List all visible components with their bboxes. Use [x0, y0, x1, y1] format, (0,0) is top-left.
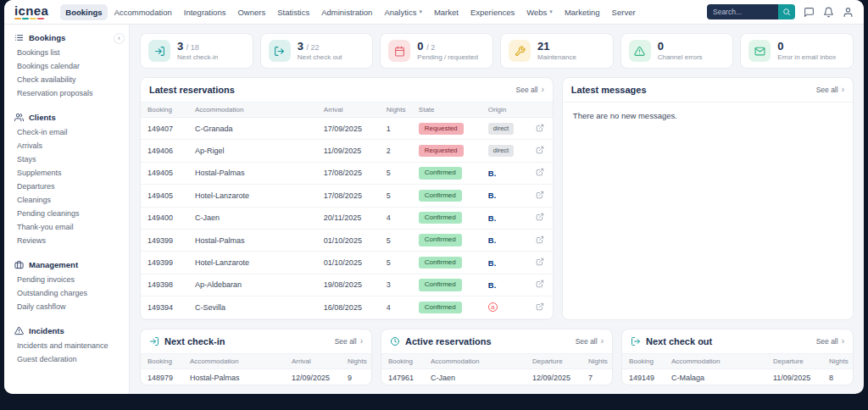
booking-id: 149394	[141, 296, 188, 319]
sidebar-item-check-in-email[interactable]: Check-in email	[4, 125, 129, 139]
open-reservation-link[interactable]	[536, 235, 544, 244]
see-all-link[interactable]: See all ›	[576, 337, 604, 346]
stat-card-next-check-out[interactable]: 3 / 22Next check out	[260, 33, 374, 69]
see-all-link[interactable]: See all ›	[816, 86, 844, 94]
external-link-icon	[536, 235, 544, 244]
column-header: Booking	[141, 354, 183, 369]
booking-id: 149400	[141, 207, 188, 229]
stat-icon-wrap	[748, 40, 771, 62]
state-badge: Requested	[419, 123, 464, 135]
stat-label: Next check out	[298, 53, 342, 61]
table-cell: 9	[341, 368, 371, 385]
sidebar-item-reviews[interactable]: Reviews	[4, 234, 129, 247]
search-button[interactable]	[778, 4, 795, 19]
accommodation-name: C-Sevilla	[188, 296, 317, 319]
sidebar-item-stays[interactable]: Stays	[4, 152, 129, 166]
sidebar-item-check-availability[interactable]: Check availability	[4, 73, 129, 86]
stat-card-channel-errors[interactable]: 0Channel errors	[620, 33, 734, 69]
nav-item-analytics[interactable]: Analytics▾	[379, 4, 427, 20]
stat-label: Maintenance	[537, 53, 576, 61]
reservation-row[interactable]: 149405Hotel-Lanzarote17/08/20255Confirme…	[141, 185, 553, 207]
stat-card-next-check-in[interactable]: 3 / 18Next check-in	[140, 33, 253, 69]
open-reservation-link[interactable]	[536, 213, 544, 221]
see-all-link[interactable]: See all ›	[816, 337, 844, 346]
sidebar-item-supplements[interactable]: Supplements	[4, 166, 129, 180]
table-row[interactable]: 148979Hostal-Palmas12/09/20259	[141, 368, 371, 385]
message-icon	[804, 7, 815, 18]
sidebar-section-bookings[interactable]: Bookings	[4, 28, 129, 46]
open-reservation-link[interactable]	[536, 302, 544, 311]
sidebar-collapse-button[interactable]: ‹	[114, 33, 125, 44]
sidebar-item-cleanings[interactable]: Cleanings	[4, 193, 129, 207]
reservation-row[interactable]: 149407C-Granada17/09/20251Requesteddirec…	[141, 118, 553, 140]
sidebar-item-incidents-and-maintenance[interactable]: Incidents and maintenance	[4, 339, 129, 352]
open-reservation-link[interactable]	[536, 258, 544, 266]
nav-item-accommodation[interactable]: Accommodation	[109, 4, 177, 20]
notifications-bell-icon[interactable]	[822, 6, 834, 18]
main-nav: BookingsAccommodationIntegrationsOwnersS…	[60, 4, 640, 20]
sidebar-item-guest-declaration[interactable]: Guest declaration	[4, 352, 129, 366]
sidebar-section-label: Bookings	[29, 33, 65, 42]
stat-card-pending-requested[interactable]: 0 / 2Pending / requested	[380, 33, 493, 69]
sidebar-item-bookings-calendar[interactable]: Bookings calendar	[4, 59, 129, 73]
open-reservation-link[interactable]	[536, 191, 544, 199]
nav-item-market[interactable]: Market	[429, 4, 464, 20]
nights: 5	[380, 162, 412, 184]
middle-row: Latest reservations See all › BookingAcc…	[140, 77, 854, 320]
sidebar-section-clients[interactable]: Clients	[4, 108, 129, 125]
open-reservation-link[interactable]	[536, 280, 544, 288]
reservation-row[interactable]: 149405Hostal-Palmas17/08/20255ConfirmedB…	[141, 162, 553, 184]
see-all-link[interactable]: See all ›	[335, 337, 363, 346]
nav-item-statistics[interactable]: Statistics	[272, 4, 314, 20]
search-input[interactable]	[707, 4, 778, 19]
reservation-row[interactable]: 149399Hostal-Palmas01/10/20255ConfirmedB…	[141, 229, 553, 251]
reservation-row[interactable]: 149394C-Sevilla16/08/20254Confirmeda	[141, 296, 553, 319]
app-logo[interactable]: icnea	[14, 4, 48, 19]
nav-item-integrations[interactable]: Integrations	[179, 4, 231, 20]
nav-item-bookings[interactable]: Bookings	[60, 4, 107, 20]
sidebar-item-reservation-proposals[interactable]: Reservation proposals	[4, 86, 129, 100]
see-all-link[interactable]: See all ›	[516, 86, 544, 94]
user-profile-icon[interactable]	[842, 6, 854, 18]
stat-card-maintenance[interactable]: 21Maintenance	[500, 33, 614, 69]
nav-item-marketing[interactable]: Marketing	[559, 4, 605, 20]
sidebar-item-pending-cleanings[interactable]: Pending cleanings	[4, 207, 129, 220]
chevron-right-icon: ›	[601, 337, 604, 346]
nav-item-administration[interactable]: Administration	[316, 4, 377, 20]
card-title: Latest messages	[571, 85, 647, 95]
nav-item-owners[interactable]: Owners	[232, 4, 270, 20]
table-row[interactable]: 147961C-Jaen12/09/20257	[381, 368, 612, 385]
nav-item-server[interactable]: Server	[607, 4, 641, 20]
sidebar-item-departures[interactable]: Departures	[4, 180, 129, 193]
nav-item-webs[interactable]: Webs▾	[521, 4, 558, 20]
sidebar-item-bookings-list[interactable]: Bookings list	[4, 46, 129, 59]
sidebar-item-thank-you-email[interactable]: Thank-you email	[4, 220, 129, 234]
see-all-label: See all	[576, 337, 598, 346]
column-header: Accommodation	[188, 102, 317, 118]
nav-item-experiences[interactable]: Experiences	[465, 4, 520, 20]
arrival-date: 19/08/2025	[317, 274, 380, 296]
sidebar-section-label: Clients	[29, 113, 56, 122]
chevron-right-icon: ›	[360, 337, 363, 346]
reservation-row[interactable]: 149399Hotel-Lanzarote01/10/20255Confirme…	[141, 252, 553, 274]
column-header: Arrival	[285, 354, 341, 369]
open-reservation-link[interactable]	[536, 168, 544, 176]
table-row[interactable]: 149149C-Malaga11/09/20258	[622, 368, 853, 385]
airbnb-icon: a	[488, 302, 498, 312]
reservation-row[interactable]: 149400C-Jaen20/11/20254ConfirmedB.	[141, 207, 553, 229]
open-reservation-link[interactable]	[536, 146, 544, 154]
accommodation-name: Ap-Aldebaran	[188, 274, 317, 296]
sidebar-section-incidents[interactable]: Incidents	[4, 321, 129, 339]
stats-row: 3 / 18Next check-in3 / 22Next check out0…	[140, 33, 854, 69]
sidebar-item-daily-cashflow[interactable]: Daily cashflow	[4, 300, 129, 313]
reservation-row[interactable]: 149398Ap-Aldebaran19/08/20253ConfirmedB.	[141, 274, 553, 296]
sidebar-section-management[interactable]: Management	[4, 255, 129, 273]
stat-card-error-in-email-inbox[interactable]: 0Error in email inbox	[740, 33, 854, 69]
sidebar-item-pending-invoices[interactable]: Pending invoices	[4, 273, 129, 286]
reservation-row[interactable]: 149406Ap-Rigel11/09/20252Requesteddirect	[141, 140, 553, 162]
sidebar-item-outstanding-charges[interactable]: Outstanding charges	[4, 286, 129, 300]
calendar-icon	[394, 46, 405, 57]
sidebar-item-arrivals[interactable]: Arrivals	[4, 139, 129, 152]
open-reservation-link[interactable]	[536, 124, 544, 132]
chat-icon[interactable]	[803, 6, 815, 18]
